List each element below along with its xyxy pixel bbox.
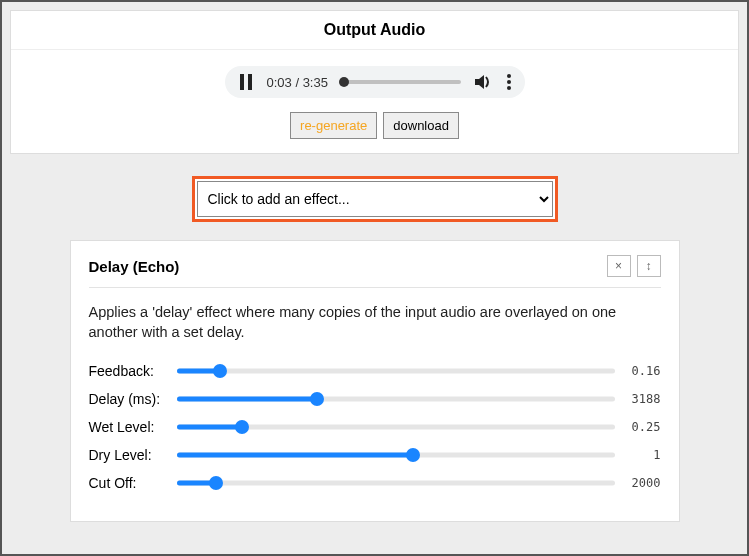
output-audio-panel: Output Audio 0:03 / 3:35 re-g (10, 10, 739, 154)
param-label: Wet Level: (89, 419, 167, 435)
effect-title: Delay (Echo) (89, 258, 180, 275)
output-audio-body: 0:03 / 3:35 re-generate download (11, 50, 738, 153)
param-value: 0.16 (625, 364, 661, 378)
param-label: Cut Off: (89, 475, 167, 491)
slider-track (177, 480, 615, 485)
slider-thumb[interactable] (406, 448, 420, 462)
effect-header-buttons: × ↕ (607, 255, 661, 277)
effect-select-highlight: Click to add an effect... (192, 176, 558, 222)
svg-point-5 (507, 86, 511, 90)
audio-progress-thumb[interactable] (339, 77, 349, 87)
slider-fill (177, 424, 243, 429)
output-actions: re-generate download (11, 112, 738, 139)
volume-icon[interactable] (475, 74, 493, 90)
param-value: 3188 (625, 392, 661, 406)
param-row: Wet Level:0.25 (89, 419, 661, 435)
svg-marker-2 (475, 75, 484, 89)
audio-time-display: 0:03 / 3:35 (267, 75, 328, 90)
param-value: 1 (625, 448, 661, 462)
svg-rect-1 (248, 74, 252, 90)
param-slider[interactable] (177, 447, 615, 463)
param-slider[interactable] (177, 391, 615, 407)
regenerate-button[interactable]: re-generate (290, 112, 377, 139)
param-row: Dry Level:1 (89, 447, 661, 463)
close-icon[interactable]: × (607, 255, 631, 277)
param-label: Dry Level: (89, 447, 167, 463)
effect-card-header: Delay (Echo) × ↕ (89, 255, 661, 288)
output-audio-title: Output Audio (11, 11, 738, 50)
effect-description: Applies a 'delay' effect where many copi… (89, 302, 661, 343)
slider-thumb[interactable] (310, 392, 324, 406)
slider-fill (177, 452, 414, 457)
reorder-icon[interactable]: ↕ (637, 255, 661, 277)
kebab-menu-icon[interactable] (507, 74, 511, 90)
slider-thumb[interactable] (213, 364, 227, 378)
audio-player: 0:03 / 3:35 (225, 66, 525, 98)
param-value: 0.25 (625, 420, 661, 434)
effect-params: Feedback:0.16Delay (ms):3188Wet Level:0.… (89, 363, 661, 491)
app-viewport: Output Audio 0:03 / 3:35 re-g (0, 0, 749, 556)
param-value: 2000 (625, 476, 661, 490)
svg-point-3 (507, 74, 511, 78)
slider-thumb[interactable] (235, 420, 249, 434)
slider-fill (177, 396, 317, 401)
svg-point-4 (507, 80, 511, 84)
pause-icon[interactable] (239, 74, 253, 90)
download-button[interactable]: download (383, 112, 459, 139)
param-row: Feedback:0.16 (89, 363, 661, 379)
param-slider[interactable] (177, 419, 615, 435)
param-slider[interactable] (177, 363, 615, 379)
param-row: Cut Off:2000 (89, 475, 661, 491)
effect-card-delay: Delay (Echo) × ↕ Applies a 'delay' effec… (70, 240, 680, 522)
param-label: Feedback: (89, 363, 167, 379)
param-row: Delay (ms):3188 (89, 391, 661, 407)
param-slider[interactable] (177, 475, 615, 491)
effect-select-dropdown[interactable]: Click to add an effect... (197, 181, 553, 217)
svg-rect-0 (240, 74, 244, 90)
slider-thumb[interactable] (209, 476, 223, 490)
audio-progress-track[interactable] (342, 80, 461, 84)
slider-track (177, 368, 615, 373)
param-label: Delay (ms): (89, 391, 167, 407)
